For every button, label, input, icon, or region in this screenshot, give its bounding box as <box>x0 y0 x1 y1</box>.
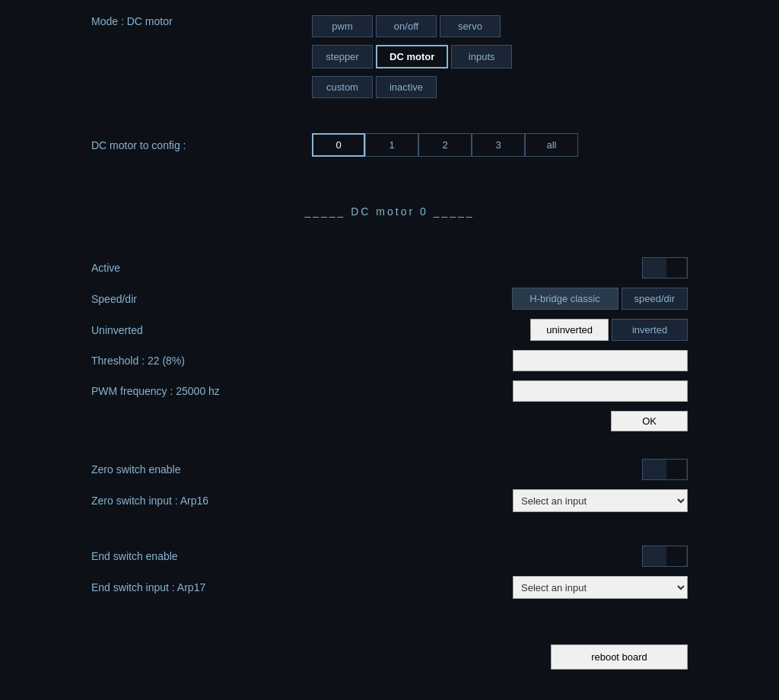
dc-motor-config-label: DC motor to config : <box>23 139 312 151</box>
zero-switch-enable-label: Zero switch enable <box>23 463 312 476</box>
btn-onoff[interactable]: on/off <box>376 15 437 37</box>
btn-uninverted[interactable]: uninverted <box>530 319 609 341</box>
btn-hbridge-classic[interactable]: H-bridge classic <box>512 288 618 310</box>
motor-btn-2[interactable]: 2 <box>418 133 472 157</box>
zero-switch-enable-toggle[interactable] <box>642 459 688 480</box>
pwm-freq-input[interactable] <box>513 380 688 402</box>
pwm-freq-label: PWM frequency : 25000 hz <box>23 385 312 397</box>
active-toggle[interactable] <box>642 257 688 278</box>
btn-servo[interactable]: servo <box>440 15 501 37</box>
motor-btn-all[interactable]: all <box>525 133 578 157</box>
end-switch-enable-label: End switch enable <box>23 550 312 562</box>
btn-stepper[interactable]: stepper <box>312 45 373 68</box>
end-switch-enable-toggle[interactable] <box>642 546 688 567</box>
motor-btn-1[interactable]: 1 <box>365 133 418 157</box>
end-switch-input-label: End switch input : Arp17 <box>23 581 312 593</box>
section-title: _____ DC motor 0 _____ <box>23 205 756 218</box>
mode-label: Mode : DC motor <box>23 15 312 27</box>
zero-switch-input-select[interactable]: Select an input <box>513 489 688 512</box>
btn-custom[interactable]: custom <box>312 76 373 98</box>
zero-switch-enable-toggle-knob <box>666 460 686 479</box>
threshold-input[interactable] <box>513 350 688 371</box>
threshold-label: Threshold : 22 (8%) <box>23 355 312 367</box>
btn-inputs[interactable]: inputs <box>451 45 512 68</box>
active-toggle-knob <box>666 258 686 278</box>
btn-inverted[interactable]: inverted <box>612 319 688 341</box>
end-switch-input-select[interactable]: Select an input <box>513 576 688 599</box>
btn-speed-dir[interactable]: speed/dir <box>622 288 688 310</box>
end-switch-enable-toggle-knob <box>666 546 686 566</box>
active-label: Active <box>23 262 312 274</box>
btn-inactive[interactable]: inactive <box>376 76 437 98</box>
motor-btn-0[interactable]: 0 <box>312 133 365 157</box>
btn-dcmotor[interactable]: DC motor <box>376 45 448 68</box>
motor-btn-3[interactable]: 3 <box>472 133 525 157</box>
inversion-label: Uninverted <box>23 324 312 336</box>
speed-dir-label: Speed/dir <box>23 293 312 305</box>
reboot-button[interactable]: reboot board <box>551 644 688 670</box>
ok-button[interactable]: OK <box>611 411 688 431</box>
btn-pwm[interactable]: pwm <box>312 15 373 37</box>
zero-switch-input-label: Zero switch input : Arp16 <box>23 495 312 507</box>
